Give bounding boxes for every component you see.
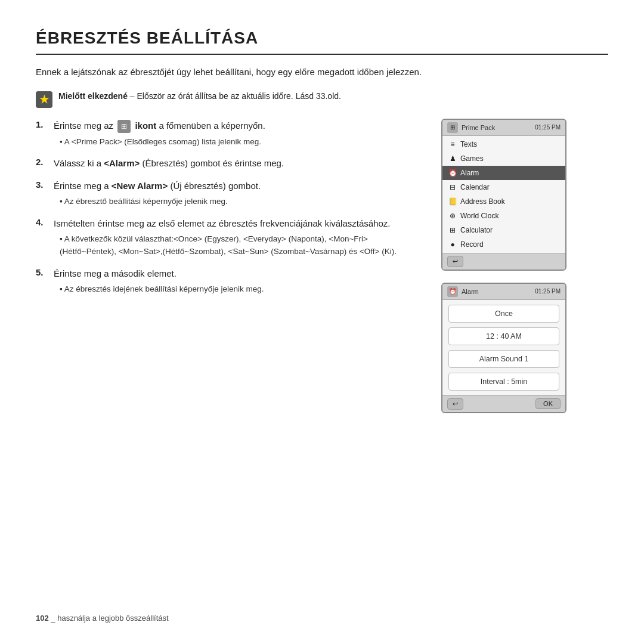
back-button-1[interactable]: ↩ bbox=[447, 256, 463, 267]
alarm-field-3[interactable]: Interval : 5min bbox=[448, 373, 559, 391]
menu-label-1: Games bbox=[460, 154, 484, 163]
menu-icon-7: ● bbox=[448, 240, 457, 249]
screen-1: ⊞ Prime Pack 01:25 PM ≡Texts♟Games⏰Alarm… bbox=[441, 119, 566, 271]
step-2: 2. Válassz ki a <Alarm> (Ébresztés) gomb… bbox=[36, 156, 417, 170]
device-screens: ⊞ Prime Pack 01:25 PM ≡Texts♟Games⏰Alarm… bbox=[441, 119, 569, 413]
step-5-content: Érintse meg a második elemet. Az ébreszt… bbox=[54, 267, 264, 296]
menu-icon-3: ⊟ bbox=[448, 183, 457, 191]
menu-icon-0: ≡ bbox=[448, 140, 457, 148]
note-text: Mielőtt elkezdené – Először az órát állí… bbox=[58, 90, 341, 103]
prime-pack-icon bbox=[117, 120, 131, 133]
screen-1-footer: ↩ bbox=[442, 253, 565, 270]
menu-item-texts[interactable]: ≡Texts bbox=[442, 137, 565, 151]
menu-label-6: Calculator bbox=[460, 226, 493, 234]
menu-icon-2: ⏰ bbox=[448, 169, 457, 177]
menu-label-5: World Clock bbox=[460, 212, 499, 220]
star-icon: ★ bbox=[36, 91, 52, 108]
page-footer: 102 _ használja a legjobb összeállítást bbox=[36, 614, 169, 623]
step-5-sub: Az ébresztés idejének beállítási képerny… bbox=[60, 283, 264, 296]
screen-2-title-area: ⏰ Alarm bbox=[447, 286, 479, 297]
step-3-content: Érintse meg a <New Alarm> (Új ébresztés)… bbox=[54, 179, 261, 208]
menu-item-record[interactable]: ●Record bbox=[442, 237, 565, 252]
menu-label-4: Address Book bbox=[460, 197, 505, 206]
step-1-num: 1. bbox=[36, 119, 48, 129]
step-4: 4. Ismételten érintse meg az első elemet… bbox=[36, 216, 417, 258]
instructions: 1. Érintse meg az ikont a főmenüben a ké… bbox=[36, 119, 417, 305]
menu-item-games[interactable]: ♟Games bbox=[442, 151, 565, 166]
screen-1-title: Prime Pack bbox=[462, 124, 495, 131]
step-5: 5. Érintse meg a második elemet. Az ébre… bbox=[36, 267, 417, 296]
note-box: ★ Mielőtt elkezdené – Először az órát ál… bbox=[36, 90, 453, 108]
alarm-field-1[interactable]: 12 : 40 AM bbox=[448, 327, 559, 345]
menu-label-3: Calendar bbox=[460, 183, 490, 191]
menu-label-2: Alarm bbox=[460, 169, 479, 177]
screen-2-time: 01:25 PM bbox=[535, 288, 561, 295]
step-3-num: 3. bbox=[36, 179, 48, 190]
step-4-sub: A következők közül választhat:<Once> (Eg… bbox=[60, 233, 417, 258]
menu-wrapper: ≡Texts♟Games⏰Alarm⊟Calendar📒Address Book… bbox=[442, 136, 565, 253]
intro-text: Ennek a lejátszónak az ébresztőjét úgy l… bbox=[36, 66, 453, 79]
screen-1-app-icon: ⊞ bbox=[447, 122, 458, 133]
menu-icon-6: ⊞ bbox=[448, 226, 457, 234]
main-content: 1. Érintse meg az ikont a főmenüben a ké… bbox=[36, 119, 608, 413]
menu-item-calculator[interactable]: ⊞Calculator bbox=[442, 223, 565, 237]
step-1-sub: A <Prime Pack> (Elsődleges csomag) lista… bbox=[60, 136, 265, 148]
screen-1-header: ⊞ Prime Pack 01:25 PM bbox=[442, 120, 565, 136]
menu-item-address-book[interactable]: 📒Address Book bbox=[442, 194, 565, 209]
menu-label-7: Record bbox=[460, 240, 484, 249]
step-5-num: 5. bbox=[36, 267, 48, 277]
alarm-field-2[interactable]: Alarm Sound 1 bbox=[448, 350, 559, 368]
step-4-num: 4. bbox=[36, 216, 48, 227]
step-4-content: Ismételten érintse meg az első elemet az… bbox=[54, 216, 417, 258]
step-3: 3. Érintse meg a <New Alarm> (Új ébreszt… bbox=[36, 179, 417, 208]
step-3-sub: Az ébresztő beállítási képernyője jeleni… bbox=[60, 196, 261, 208]
screen-2-app-icon: ⏰ bbox=[447, 286, 458, 297]
back-button-2[interactable]: ↩ bbox=[447, 398, 463, 410]
menu-icon-1: ♟ bbox=[448, 154, 457, 163]
screen-1-title-area: ⊞ Prime Pack bbox=[447, 122, 495, 133]
menu-item-calendar[interactable]: ⊟Calendar bbox=[442, 180, 565, 194]
menu-item-world-clock[interactable]: ⊕World Clock bbox=[442, 209, 565, 223]
page-title: ÉBRESZTÉS BEÁLLÍTÁSA bbox=[36, 29, 608, 55]
ok-button[interactable]: OK bbox=[535, 398, 561, 409]
step-2-num: 2. bbox=[36, 156, 48, 167]
screen-1-time: 01:25 PM bbox=[535, 124, 561, 131]
menu-item-alarm[interactable]: ⏰Alarm bbox=[442, 166, 565, 180]
menu-label-0: Texts bbox=[460, 140, 477, 148]
step-1: 1. Érintse meg az ikont a főmenüben a ké… bbox=[36, 119, 417, 148]
menu-icon-5: ⊕ bbox=[448, 212, 457, 220]
menu-list: ≡Texts♟Games⏰Alarm⊟Calendar📒Address Book… bbox=[442, 136, 565, 253]
screen-2-title: Alarm bbox=[462, 288, 479, 295]
screen-2-header: ⏰ Alarm 01:25 PM bbox=[442, 284, 565, 300]
step-1-content: Érintse meg az ikont a főmenüben a képer… bbox=[54, 119, 265, 148]
alarm-field-0[interactable]: Once bbox=[448, 305, 559, 323]
alarm-screen-body: Once12 : 40 AMAlarm Sound 1Interval : 5m… bbox=[442, 300, 565, 395]
screen-2-footer: ↩ OK bbox=[442, 395, 565, 412]
screen-2: ⏰ Alarm 01:25 PM Once12 : 40 AMAlarm Sou… bbox=[441, 283, 566, 413]
menu-icon-4: 📒 bbox=[448, 197, 457, 206]
step-2-content: Válassz ki a <Alarm> (Ébresztés) gombot … bbox=[54, 156, 284, 170]
